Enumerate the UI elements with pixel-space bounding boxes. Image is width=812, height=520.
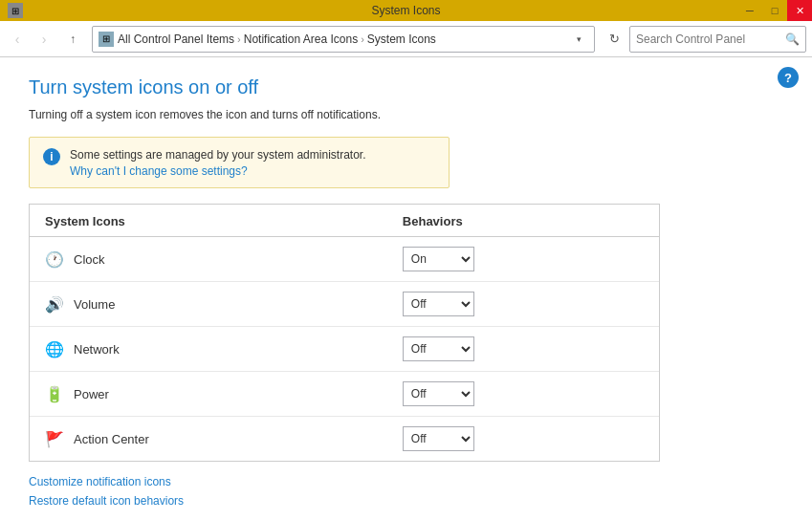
- breadcrumb-sep-1: ›: [237, 33, 241, 45]
- behavior-cell: OnOff: [387, 237, 659, 282]
- info-icon: i: [43, 148, 60, 165]
- restore-defaults-link[interactable]: Restore default icon behaviors: [29, 494, 783, 508]
- icon-label: Power: [74, 387, 109, 401]
- network-icon: 🌐: [45, 339, 64, 358]
- icon-name-cell: 🕐 Clock: [30, 237, 387, 282]
- clock-icon: 🕐: [45, 249, 64, 269]
- power-behavior-select[interactable]: OnOff: [403, 381, 474, 406]
- behavior-cell: OnOff: [387, 327, 659, 372]
- up-button[interactable]: ↑: [61, 28, 84, 51]
- col-header-behaviors: Behaviors: [387, 205, 659, 237]
- table-row: 🚩 Action Center OnOff: [30, 417, 659, 462]
- icon-name-cell: 🌐 Network: [30, 327, 387, 372]
- main-content: ? Turn system icons on or off Turning of…: [0, 57, 812, 520]
- breadcrumb-control-panel[interactable]: All Control Panel Items: [118, 32, 234, 46]
- breadcrumb-sep-2: ›: [361, 33, 364, 45]
- refresh-button[interactable]: ↻: [603, 28, 625, 51]
- system-icons-table-wrapper: System Icons Behaviors 🕐 Clock OnOff 🔊 V…: [29, 204, 660, 462]
- icon-label: Network: [74, 342, 120, 357]
- breadcrumb-icon: ⊞: [99, 32, 114, 47]
- volume-behavior-select[interactable]: OnOff: [403, 292, 474, 316]
- breadcrumb-system-icons: System Icons: [367, 32, 436, 46]
- action-center-behavior-select[interactable]: OnOff: [403, 426, 474, 451]
- volume-icon: 🔊: [45, 294, 64, 314]
- network-behavior-select[interactable]: OnOff: [403, 336, 474, 361]
- breadcrumb: All Control Panel Items › Notification A…: [118, 32, 569, 46]
- power-icon: 🔋: [45, 384, 64, 403]
- col-header-icons: System Icons: [30, 205, 387, 237]
- behavior-cell: OnOff: [387, 282, 659, 327]
- icon-label: Clock: [74, 252, 105, 267]
- window-title: System Icons: [371, 4, 440, 17]
- breadcrumb-bar: ⊞ All Control Panel Items › Notification…: [92, 26, 595, 53]
- customize-notification-link[interactable]: Customize notification icons: [29, 475, 783, 488]
- minimize-button[interactable]: ─: [737, 0, 762, 21]
- bottom-links: Customize notification icons Restore def…: [29, 475, 783, 508]
- table-row: 🕐 Clock OnOff: [30, 237, 659, 282]
- window-controls: ─ □ ✕: [737, 0, 812, 21]
- info-text: Some settings are managed by your system…: [70, 148, 365, 162]
- maximize-button[interactable]: □: [762, 0, 787, 21]
- behavior-cell: OnOff: [387, 417, 659, 462]
- clock-behavior-select[interactable]: OnOff: [403, 247, 474, 271]
- page-title: Turn system icons on or off: [29, 76, 783, 98]
- help-button[interactable]: ?: [778, 67, 799, 88]
- table-scroll-area[interactable]: System Icons Behaviors 🕐 Clock OnOff 🔊 V…: [30, 205, 659, 461]
- forward-button[interactable]: ›: [33, 28, 55, 51]
- icon-name-cell: 🚩 Action Center: [30, 417, 387, 462]
- page-subtitle: Turning off a system icon removes the ic…: [29, 108, 783, 121]
- action-center-icon: 🚩: [45, 429, 64, 448]
- breadcrumb-dropdown-button[interactable]: ▾: [569, 30, 588, 49]
- title-bar: ⊞ System Icons ─ □ ✕: [0, 0, 812, 21]
- search-icon: 🔍: [785, 32, 800, 46]
- icon-label: Action Center: [74, 432, 149, 446]
- icon-label: Volume: [74, 297, 115, 312]
- info-link[interactable]: Why can't I change some settings?: [70, 164, 365, 178]
- icon-name-cell: 🔋 Power: [30, 372, 387, 417]
- back-button[interactable]: ‹: [6, 28, 29, 51]
- table-row: 🔊 Volume OnOff: [30, 282, 659, 327]
- info-content: Some settings are managed by your system…: [70, 147, 365, 178]
- behavior-cell: OnOff: [387, 372, 659, 417]
- icon-name-cell: 🔊 Volume: [30, 282, 387, 327]
- search-box: 🔍: [629, 26, 806, 53]
- system-icons-table: System Icons Behaviors 🕐 Clock OnOff 🔊 V…: [30, 205, 659, 461]
- app-icon: ⊞: [8, 3, 23, 18]
- table-row: 🌐 Network OnOff: [30, 327, 659, 372]
- search-input[interactable]: [636, 32, 785, 46]
- table-header-row: System Icons Behaviors: [30, 205, 659, 237]
- info-box: i Some settings are managed by your syst…: [29, 137, 450, 188]
- close-button[interactable]: ✕: [787, 0, 812, 21]
- navigation-bar: ‹ › ↑ ⊞ All Control Panel Items › Notifi…: [0, 21, 812, 57]
- table-row: 🔋 Power OnOff: [30, 372, 659, 417]
- breadcrumb-notification-area[interactable]: Notification Area Icons: [244, 32, 358, 46]
